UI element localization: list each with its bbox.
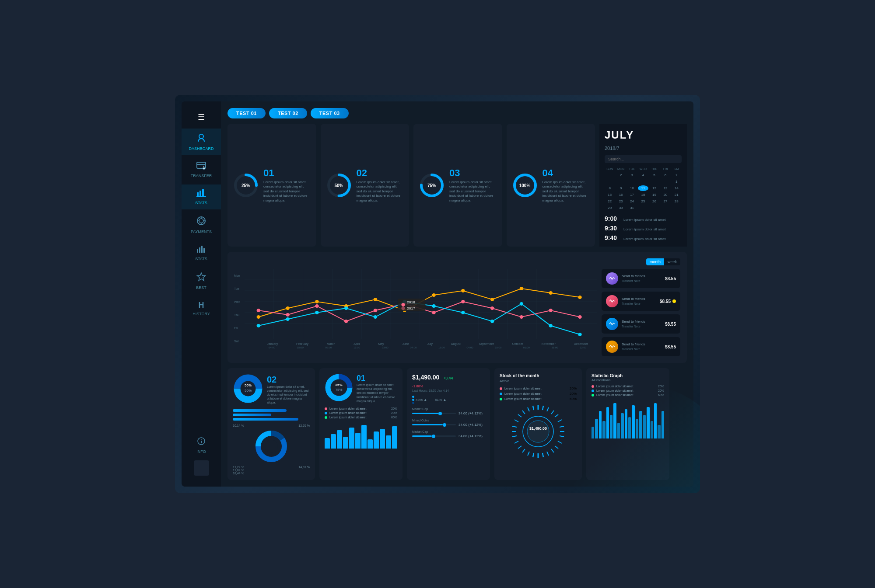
- svg-point-73: [490, 320, 494, 323]
- calendar-day[interactable]: [672, 205, 682, 211]
- calendar-day[interactable]: [616, 179, 626, 184]
- progress-card-3: 75% 03 Lorem ipsum dolor sit amet, conse…: [413, 124, 502, 247]
- vbar-9: [374, 431, 379, 449]
- calendar-day[interactable]: [638, 205, 648, 211]
- sidebar-item-info[interactable]: Info: [182, 432, 221, 458]
- svg-point-75: [549, 324, 553, 327]
- calendar-day[interactable]: 20: [660, 192, 670, 198]
- sidebar-item-dashboard[interactable]: Dashboard: [182, 129, 221, 155]
- calendar-day[interactable]: 13: [660, 185, 670, 191]
- calendar-day[interactable]: 17: [627, 192, 637, 198]
- calendar-day[interactable]: 15: [605, 192, 615, 198]
- slider-1-container: Market Cap 34.00 (+4.12%): [412, 407, 485, 415]
- calendar-day[interactable]: 14: [672, 185, 682, 191]
- calendar-day[interactable]: [660, 205, 670, 211]
- calendar-day[interactable]: 21: [672, 192, 682, 198]
- calendar-search[interactable]: [605, 155, 682, 163]
- calendar-day[interactable]: 22: [605, 198, 615, 204]
- payments-icon: [196, 216, 206, 228]
- stat-bar-5: [606, 407, 609, 438]
- calendar-day[interactable]: 8: [605, 185, 615, 191]
- slider-3-fill: [412, 435, 432, 437]
- stat-legend-1: Lorem ipsum dolor sit amet 20%: [592, 385, 664, 388]
- calendar-day[interactable]: 6: [660, 172, 670, 178]
- calendar-day[interactable]: 9: [616, 185, 626, 191]
- calendar-day[interactable]: 11: [638, 185, 648, 191]
- tab-test02[interactable]: TEST 02: [269, 108, 307, 118]
- sidebar-label-transfer: Transfer: [191, 174, 212, 178]
- sidebar-item-best[interactable]: Best: [182, 268, 221, 294]
- chart-header: month week: [234, 258, 680, 265]
- svg-point-68: [344, 306, 348, 310]
- chart-legend: Send to friends Transfer Note $8.55 Send…: [602, 269, 680, 356]
- slider-3-container: Market Cap 34.00 (+4.12%): [412, 430, 485, 438]
- stat-bar-6: [610, 415, 612, 438]
- vbar-2: [331, 434, 336, 449]
- svg-line-115: [514, 441, 518, 443]
- calendar-day[interactable]: 24: [627, 198, 637, 204]
- slider-2-fill: [412, 424, 443, 425]
- calendar-day[interactable]: 7: [672, 172, 682, 178]
- calendar-day[interactable]: 16: [616, 192, 626, 198]
- cal-header-mon: MON: [616, 167, 626, 170]
- legend-amount-area-2: $8.55: [660, 299, 676, 304]
- calendar-day[interactable]: 28: [672, 198, 682, 204]
- calendar-day[interactable]: 31: [627, 205, 637, 211]
- donut-legend-3: Lorem ipsum dolor sit amet 60%: [325, 416, 397, 419]
- sidebar-item-payments[interactable]: Payments: [182, 212, 221, 238]
- legend-dot-2: [606, 295, 618, 307]
- svg-line-108: [547, 452, 549, 456]
- bottom-card-stat: Statistic Graph All mentions Lorem ipsum…: [586, 368, 669, 480]
- calendar-day[interactable]: [605, 179, 615, 184]
- calendar-day[interactable]: 12: [649, 185, 659, 191]
- calendar-day[interactable]: 2: [616, 172, 626, 178]
- slider-1-handle[interactable]: [438, 412, 442, 415]
- vbar-1: [325, 438, 330, 449]
- chart-section: month week Mon Tue Wed Thu Fri Sat: [228, 252, 687, 363]
- circle-50: 50%: [326, 172, 352, 198]
- sidebar-item-stats[interactable]: Stats: [182, 184, 221, 209]
- tab-test01[interactable]: TEST 01: [228, 108, 266, 118]
- calendar-day[interactable]: 5: [649, 172, 659, 178]
- dot-label-1: 43% ▲: [416, 396, 427, 404]
- toggle-week[interactable]: week: [664, 258, 680, 265]
- vbar-7: [361, 425, 367, 449]
- calendar-day[interactable]: 10: [627, 185, 637, 191]
- sidebar-item-stats2[interactable]: Stats: [182, 240, 221, 265]
- calendar-day[interactable]: 18: [638, 192, 648, 198]
- card-text-2: Lorem ipsum dolor sit amet, consectetur …: [357, 180, 404, 203]
- calendar-day[interactable]: 25: [638, 198, 648, 204]
- calendar-day[interactable]: [649, 205, 659, 211]
- pie-number-area: 02 Lorem ipsum dolor sit amet, consectet…: [267, 375, 310, 404]
- circle-25: 25%: [233, 172, 259, 198]
- legend-text-4: Send to friends Transfer Note: [622, 342, 662, 351]
- calendar-day[interactable]: 29: [605, 205, 615, 211]
- vbar-12: [392, 426, 397, 449]
- calendar-day[interactable]: 1: [672, 179, 682, 184]
- schedule-time-1: 9:00: [605, 215, 620, 222]
- calendar-day[interactable]: 4: [638, 172, 648, 178]
- calendar-day[interactable]: 30: [616, 205, 626, 211]
- sidebar-item-history[interactable]: H History: [182, 296, 221, 320]
- calendar-day[interactable]: [660, 179, 670, 184]
- calendar-day[interactable]: [638, 179, 648, 184]
- menu-icon[interactable]: ☰: [193, 108, 209, 126]
- calendar-day[interactable]: [605, 172, 615, 178]
- calendar-day[interactable]: 26: [649, 198, 659, 204]
- calendar-day[interactable]: [627, 179, 637, 184]
- calendar-day[interactable]: [649, 179, 659, 184]
- tab-test03[interactable]: TEST 03: [311, 108, 349, 118]
- sidebar-label-history: History: [192, 312, 210, 316]
- slider-3-handle[interactable]: [432, 435, 435, 438]
- circle-text-4: 100%: [519, 183, 531, 188]
- slider-2-label: Mined Coins: [412, 419, 485, 422]
- chart-lines: 2018 2017: [245, 269, 597, 339]
- calendar-day[interactable]: 3: [627, 172, 637, 178]
- slider-2-handle[interactable]: [443, 423, 446, 427]
- stock-legend-label-1: Lorem ipsum dolor sit amet: [504, 387, 567, 390]
- toggle-month[interactable]: month: [646, 258, 664, 265]
- calendar-day[interactable]: 27: [660, 198, 670, 204]
- calendar-day[interactable]: 19: [649, 192, 659, 198]
- sidebar-item-transfer[interactable]: Transfer: [182, 157, 221, 182]
- calendar-day[interactable]: 23: [616, 198, 626, 204]
